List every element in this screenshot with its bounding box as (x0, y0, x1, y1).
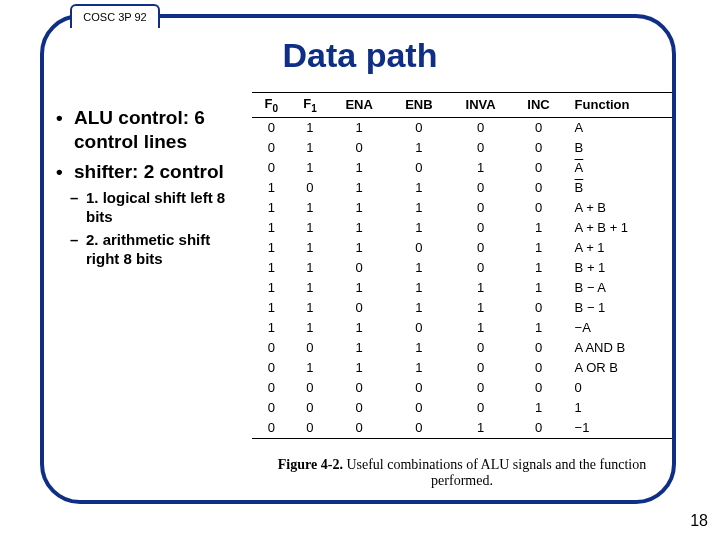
cell-f0: 0 (252, 138, 291, 158)
cell-inva: 0 (449, 338, 513, 358)
table-row: 110110B − 1 (252, 298, 672, 318)
cell-enb: 0 (389, 238, 449, 258)
cell-f1: 1 (291, 298, 330, 318)
col-f0-main: F (265, 96, 273, 111)
cell-function: A AND B (565, 338, 672, 358)
cell-f1: 1 (291, 198, 330, 218)
cell-f1: 0 (291, 418, 330, 439)
cell-inc: 1 (513, 398, 565, 418)
cell-inc: 0 (513, 158, 565, 178)
cell-inva: 0 (449, 198, 513, 218)
cell-f1: 1 (291, 258, 330, 278)
cell-inc: 1 (513, 318, 565, 338)
cell-ena: 0 (329, 298, 389, 318)
cell-ena: 0 (329, 378, 389, 398)
cell-f0: 1 (252, 278, 291, 298)
cell-function: 1 (565, 398, 672, 418)
content-block: ALU control: 6 control lines shifter: 2 … (56, 106, 236, 272)
table-row: 111001A + 1 (252, 238, 672, 258)
cell-inc: 0 (513, 178, 565, 198)
cell-f1: 1 (291, 278, 330, 298)
cell-f0: 1 (252, 318, 291, 338)
table-row: 011010A (252, 158, 672, 178)
cell-inva: 1 (449, 318, 513, 338)
cell-f0: 0 (252, 117, 291, 138)
cell-enb: 0 (389, 378, 449, 398)
page-title: Data path (0, 36, 720, 75)
figure-caption: Figure 4-2. Useful combinations of ALU s… (252, 457, 672, 489)
col-function: Function (565, 93, 672, 118)
table-row: 101100B (252, 178, 672, 198)
cell-ena: 1 (329, 238, 389, 258)
cell-inva: 1 (449, 298, 513, 318)
table-row: 0000011 (252, 398, 672, 418)
course-tab: COSC 3P 92 (70, 4, 160, 28)
bullet-alu-control: ALU control: 6 control lines (56, 106, 236, 154)
cell-enb: 1 (389, 358, 449, 378)
subbullet-arith-shift: 2. arithmetic shift right 8 bits (56, 231, 236, 269)
cell-f1: 0 (291, 338, 330, 358)
cell-f0: 0 (252, 158, 291, 178)
cell-f1: 0 (291, 178, 330, 198)
cell-inva: 0 (449, 238, 513, 258)
cell-inc: 0 (513, 198, 565, 218)
cell-inva: 0 (449, 117, 513, 138)
table-row: 111101A + B + 1 (252, 218, 672, 238)
cell-enb: 0 (389, 398, 449, 418)
cell-function: −A (565, 318, 672, 338)
cell-f0: 1 (252, 198, 291, 218)
cell-ena: 0 (329, 138, 389, 158)
cell-f0: 1 (252, 218, 291, 238)
cell-ena: 1 (329, 178, 389, 198)
cell-inva: 1 (449, 158, 513, 178)
cell-inva: 0 (449, 218, 513, 238)
cell-function: B − A (565, 278, 672, 298)
table-row: 0000000 (252, 378, 672, 398)
table-row: 111011−A (252, 318, 672, 338)
cell-inva: 0 (449, 358, 513, 378)
cell-enb: 1 (389, 198, 449, 218)
subbullet-logical-shift: 1. logical shift left 8 bits (56, 189, 236, 227)
cell-f0: 0 (252, 338, 291, 358)
col-f0-sub: 0 (273, 103, 279, 114)
figure-caption-text: Useful combinations of ALU signals and t… (343, 457, 646, 488)
cell-ena: 0 (329, 418, 389, 439)
col-f1-sub: 1 (311, 103, 317, 114)
cell-inva: 0 (449, 138, 513, 158)
table-header-row: F0 F1 ENA ENB INVA INC Function (252, 93, 672, 118)
table-row: 010100B (252, 138, 672, 158)
cell-function: B (565, 138, 672, 158)
cell-f0: 1 (252, 298, 291, 318)
cell-inc: 1 (513, 238, 565, 258)
cell-function: −1 (565, 418, 672, 439)
col-f0: F0 (252, 93, 291, 118)
cell-f1: 0 (291, 378, 330, 398)
cell-enb: 1 (389, 178, 449, 198)
cell-enb: 1 (389, 258, 449, 278)
cell-inva: 0 (449, 178, 513, 198)
cell-f1: 1 (291, 238, 330, 258)
table-row: 110101B + 1 (252, 258, 672, 278)
cell-f1: 1 (291, 318, 330, 338)
cell-enb: 0 (389, 158, 449, 178)
cell-enb: 0 (389, 117, 449, 138)
cell-function: B + 1 (565, 258, 672, 278)
cell-f1: 1 (291, 138, 330, 158)
cell-enb: 1 (389, 278, 449, 298)
cell-enb: 1 (389, 218, 449, 238)
cell-inva: 1 (449, 278, 513, 298)
cell-inc: 0 (513, 378, 565, 398)
table-row: 000010−1 (252, 418, 672, 439)
cell-inc: 1 (513, 258, 565, 278)
cell-function: A + B + 1 (565, 218, 672, 238)
bullet-shifter: shifter: 2 control (56, 160, 236, 184)
cell-enb: 0 (389, 318, 449, 338)
cell-enb: 1 (389, 138, 449, 158)
cell-function: A (565, 158, 672, 178)
cell-inc: 0 (513, 338, 565, 358)
cell-f1: 1 (291, 358, 330, 378)
cell-ena: 0 (329, 398, 389, 418)
cell-f1: 1 (291, 117, 330, 138)
cell-ena: 1 (329, 278, 389, 298)
alu-table: F0 F1 ENA ENB INVA INC Function 011000A0… (252, 92, 672, 439)
